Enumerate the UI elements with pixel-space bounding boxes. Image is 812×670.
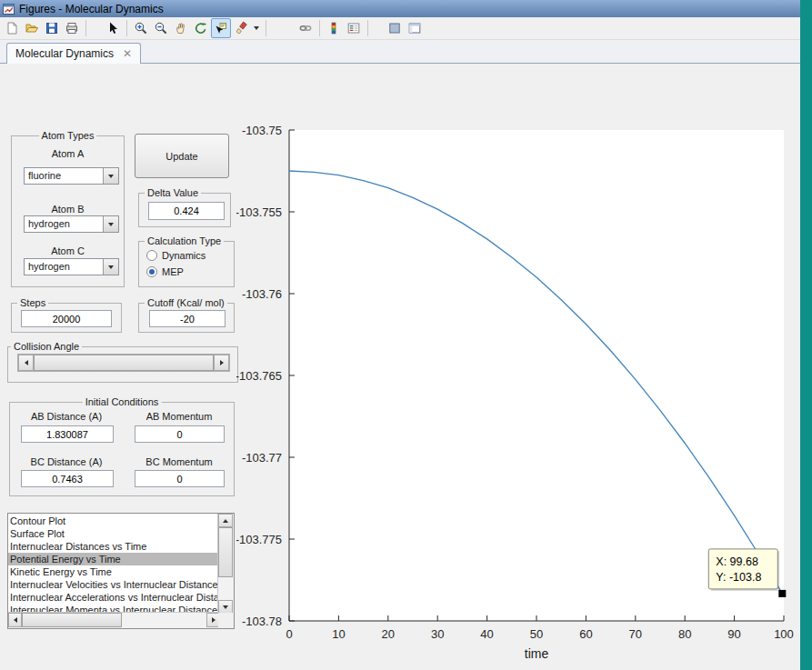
x-tick-label: 30 (431, 627, 444, 641)
scrollbar-thumb[interactable] (22, 613, 122, 627)
insert-legend-icon[interactable] (344, 18, 364, 38)
horizontal-scrollbar[interactable] (8, 612, 220, 628)
atom-b-value: hydrogen (28, 218, 70, 229)
x-tick-label: 20 (382, 627, 395, 641)
list-item[interactable]: Surface Plot (8, 527, 218, 540)
ab-momentum-input[interactable] (135, 425, 225, 443)
window-title: Figures - Molecular Dynamics (19, 3, 164, 15)
data-cursor-marker[interactable] (778, 590, 786, 597)
new-figure-icon[interactable] (2, 18, 22, 38)
collision-angle-panel: Collision Angle (7, 346, 238, 383)
bc-momentum-label: BC Momentum (123, 456, 236, 467)
radio-dynamics[interactable]: Dynamics (146, 250, 206, 261)
update-button[interactable]: Update (135, 134, 229, 178)
atom-types-panel: Atom Types Atom A fluorine Atom B hydrog… (11, 135, 125, 287)
save-icon[interactable] (42, 18, 62, 38)
plot-type-listbox[interactable]: Contour PlotSurface PlotInternuclear Dis… (7, 513, 235, 629)
y-tick-label: -103.76 (242, 287, 282, 301)
bc-distance-input[interactable] (21, 470, 114, 487)
vertical-scrollbar[interactable] (217, 514, 234, 614)
slider-left-arrow[interactable] (18, 355, 34, 371)
zoom-out-icon[interactable] (151, 18, 171, 38)
datatip-y-value: Y: -103.8 (716, 571, 761, 584)
scroll-down-icon[interactable] (218, 600, 233, 614)
brush-dropdown-icon[interactable] (251, 18, 262, 38)
update-button-label: Update (165, 151, 197, 162)
tab-molecular-dynamics[interactable]: Molecular Dynamics ✕ (6, 43, 141, 64)
cutoff-input[interactable] (149, 310, 226, 327)
scrollbar-corner (218, 613, 234, 628)
zoom-in-icon[interactable] (131, 18, 151, 38)
x-tick-label: 0 (286, 627, 292, 641)
data-cursor-icon[interactable] (211, 18, 231, 38)
slider-thumb[interactable] (34, 355, 214, 371)
pan-hand-icon[interactable] (171, 18, 191, 38)
x-axis-label: time (525, 646, 549, 661)
atom-a-select[interactable]: fluorine (24, 167, 119, 185)
chevron-down-icon[interactable] (103, 216, 118, 232)
open-file-icon[interactable] (22, 18, 42, 38)
atom-b-select[interactable]: hydrogen (24, 215, 119, 233)
brush-icon[interactable] (231, 18, 251, 38)
delta-value-input[interactable] (148, 202, 225, 220)
radio-dynamics-label: Dynamics (162, 250, 206, 261)
rotate-3d-icon[interactable] (191, 18, 211, 38)
chevron-down-icon[interactable] (103, 168, 118, 184)
scroll-up-icon[interactable] (218, 514, 233, 527)
collision-angle-legend: Collision Angle (11, 341, 82, 352)
chevron-down-icon[interactable] (103, 259, 118, 275)
plot-area[interactable]: 0102030405060708090100-103.75-103.755-10… (236, 118, 802, 665)
steps-input[interactable] (21, 310, 112, 327)
print-icon[interactable] (62, 18, 82, 38)
x-tick-label: 40 (480, 627, 493, 641)
edit-pointer-icon[interactable] (103, 18, 123, 38)
app-icon (3, 3, 15, 15)
toolbar-separator (266, 20, 266, 36)
calculation-type-panel: Calculation Type Dynamics MEP (138, 241, 235, 287)
list-item[interactable]: Kinetic Energy vs Time (8, 565, 218, 578)
tab-bar: Molecular Dynamics ✕ (0, 40, 800, 64)
toolbar-separator (126, 20, 127, 36)
initial-conditions-panel: Initial Conditions AB Distance (A) AB Mo… (9, 402, 235, 496)
insert-colorbar-icon[interactable] (324, 18, 344, 38)
atom-c-select[interactable]: hydrogen (24, 258, 119, 275)
list-item[interactable]: Contour Plot (8, 515, 218, 527)
slider-right-arrow[interactable] (214, 355, 229, 371)
list-item[interactable]: Potential Energy vs Time (8, 553, 218, 565)
list-item[interactable]: Internuclear Distances vs Time (8, 540, 218, 553)
link-plot-icon[interactable] (296, 18, 316, 38)
calculation-type-legend: Calculation Type (145, 235, 224, 246)
y-tick-label: -103.75 (242, 124, 282, 137)
bc-momentum-input[interactable] (135, 470, 225, 487)
hide-plot-tools-icon[interactable] (385, 18, 405, 38)
list-item[interactable]: Internuclear Accelerations vs Internucle… (8, 591, 218, 604)
delta-value-panel: Delta Value (138, 193, 231, 227)
toolbar-separator (319, 20, 320, 36)
y-tick-label: -103.765 (236, 369, 282, 383)
desktop-background (800, 0, 812, 670)
collision-angle-slider[interactable] (17, 354, 230, 372)
scroll-left-icon[interactable] (8, 613, 22, 627)
list-item[interactable]: Internuclear Velocities vs Internuclear … (8, 578, 218, 591)
steps-legend: Steps (17, 297, 48, 308)
figure-toolbar (0, 17, 800, 40)
y-tick-label: -103.775 (236, 533, 282, 546)
tab-label: Molecular Dynamics (15, 47, 114, 60)
cutoff-panel: Cutoff (Kcal/ mol) (138, 303, 235, 333)
x-tick-label: 90 (727, 627, 740, 641)
datatip-x-value: X: 99.68 (716, 555, 758, 568)
tab-close-icon[interactable]: ✕ (123, 48, 132, 59)
scrollbar-thumb[interactable] (218, 527, 233, 577)
x-tick-label: 80 (678, 627, 691, 641)
toolbar-separator (367, 20, 368, 36)
ab-distance-input[interactable] (21, 425, 114, 443)
radio-icon (146, 266, 157, 277)
radio-mep-label: MEP (162, 266, 184, 277)
x-tick-label: 10 (332, 627, 345, 641)
radio-mep[interactable]: MEP (146, 266, 184, 277)
plot-type-items: Contour PlotSurface PlotInternuclear Dis… (8, 515, 218, 614)
window-titlebar[interactable]: Figures - Molecular Dynamics (0, 0, 800, 17)
y-tick-label: -103.755 (236, 205, 282, 219)
show-plot-tools-icon[interactable] (405, 18, 425, 38)
x-tick-label: 50 (530, 627, 543, 641)
